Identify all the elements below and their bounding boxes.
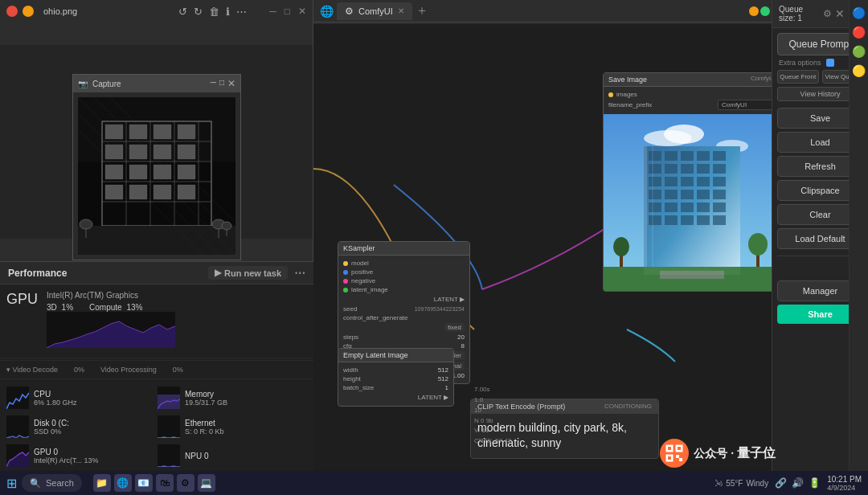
npu-metric[interactable]: NPU 0 (158, 442, 307, 469)
queue-settings-icon[interactable]: ⚙ (823, 8, 832, 19)
start-button[interactable]: ⊞ (6, 476, 17, 491)
left-window-titlebar: ohio.png ↺ ↻ 🗑 ℹ ⋯ ─ □ ✕ (0, 0, 313, 22)
browser-tab-comfyui[interactable]: ⚙ ComfyUI ✕ (337, 2, 412, 20)
browser-tabs-row: 🌐 ⚙ ComfyUI ✕ ＋ (313, 0, 788, 22)
back-icon[interactable]: ↺ (178, 6, 187, 18)
taskbar-app-terminal[interactable]: 💻 (198, 474, 215, 492)
k-model: model (343, 259, 465, 268)
svg-rect-92 (644, 146, 740, 275)
taskbar-right: 🌬 55°F Windy 🔗 🔊 🔋 10:21 PM 4/9/2024 (714, 475, 862, 492)
icon-1[interactable]: 🔵 (852, 6, 866, 19)
dot-model (343, 261, 348, 266)
k-positive: positive (343, 268, 465, 276)
minimize-icon[interactable]: ─ (269, 6, 276, 18)
conditioning-label: CONDITIONING (604, 403, 652, 410)
icon-3[interactable]: 🟢 (852, 45, 866, 58)
more-icon[interactable]: ⋯ (236, 6, 247, 18)
tab-favicon: ⚙ (345, 6, 354, 17)
ethernet-value: S: 0 R: 0 Kb (185, 428, 224, 436)
taskbar: ⊞ 🔍 Search 📁 🌐 📧 🛍 ⚙ 💻 🌬 55°F Windy 🔗 🔊 … (0, 471, 868, 495)
gpu-info: Intel(R) Arc(TM) Graphics 3D 1% Compute … (47, 291, 307, 351)
icon-4[interactable]: 🟡 (852, 64, 866, 77)
queue-close-btn[interactable]: ✕ (835, 7, 845, 20)
svg-rect-12 (129, 125, 147, 139)
building-preview (604, 114, 779, 291)
building-sketch-svg (78, 97, 235, 255)
taskbar-app-store[interactable]: 🛍 (156, 474, 174, 492)
extra-options-checkbox[interactable] (826, 59, 834, 67)
cpu-metric[interactable]: CPU 6% 1.80 GHz (6, 384, 156, 411)
save-image-node[interactable]: Save Image ComfyUI images filename_prefi… (603, 72, 780, 292)
network-icon[interactable]: 🔗 (775, 477, 787, 489)
queue-front-btn[interactable]: Queue Front (777, 70, 819, 84)
browser-maximize[interactable] (760, 6, 770, 16)
perf-more-btn[interactable]: ⋯ (294, 267, 305, 280)
taskbar-app-edge[interactable]: 🌐 (114, 474, 132, 492)
window-title: ohio.png (43, 6, 77, 16)
delete-icon[interactable]: 🗑 (209, 6, 219, 18)
window-controls: ↺ ↻ 🗑 ℹ ⋯ ─ □ ✕ (178, 6, 306, 18)
taskbar-app-mail[interactable]: 📧 (135, 474, 153, 492)
filename-prefix-input[interactable] (718, 100, 774, 110)
k-seed: seed 1097695344223254 (343, 305, 465, 313)
gpu0-info: GPU 0 Intel(R) Arc(T... 13% (34, 448, 99, 464)
ksampler-title: KSampler (338, 242, 469, 256)
dot-images (608, 92, 613, 97)
cpu-name: CPU (34, 390, 77, 399)
el-width: width 512 (343, 366, 448, 374)
ethernet-metric[interactable]: Ethernet S: 0 R: 0 Kb (158, 413, 307, 440)
browser-minimize[interactable] (749, 6, 759, 16)
capture-image (78, 97, 235, 255)
gpu-name: Intel(R) Arc(TM) Graphics (47, 291, 307, 300)
video-proc-label: Video Processing (100, 366, 157, 374)
memory-metric[interactable]: Memory 19.5/31.7 GB (158, 384, 307, 411)
svg-point-33 (222, 222, 231, 230)
ethernet-chart (158, 415, 180, 438)
gpu-label: GPU (6, 291, 39, 308)
svg-rect-98 (668, 456, 671, 460)
capture-window: 📷 Capture ─ □ ✕ (72, 74, 241, 260)
icon-2[interactable]: 🔴 (852, 26, 866, 39)
window-close-btn[interactable] (6, 6, 18, 17)
el-height: height 512 (343, 374, 448, 383)
cpu-chart (6, 387, 29, 409)
info-icon[interactable]: ℹ (226, 6, 230, 18)
svg-rect-14 (178, 125, 195, 139)
new-tab-btn[interactable]: ＋ (416, 2, 428, 19)
battery-icon[interactable]: 🔋 (809, 477, 821, 489)
svg-point-91 (748, 233, 768, 256)
gpu0-metric[interactable]: GPU 0 Intel(R) Arc(T... 13% (6, 442, 156, 469)
disk-info: Disk 0 (C: SSD 0% (34, 419, 69, 436)
disk-metric[interactable]: Disk 0 (C: SSD 0% (6, 413, 156, 440)
k-steps: steps 20 (343, 333, 465, 342)
taskbar-app-explorer[interactable]: 📁 (93, 474, 111, 492)
svg-rect-21 (154, 165, 171, 179)
video-decode-pct: 0% (74, 366, 84, 374)
svg-rect-15 (105, 145, 123, 159)
taskbar-app-settings[interactable]: ⚙ (177, 474, 194, 492)
tab-close-btn[interactable]: ✕ (398, 6, 404, 15)
volume-icon[interactable]: 🔊 (792, 477, 804, 489)
save-image-input-images: images (608, 90, 774, 99)
taskbar-search[interactable]: 🔍 Search (22, 474, 82, 492)
close-icon[interactable]: ✕ (298, 6, 306, 18)
window-min-btn[interactable] (23, 6, 34, 17)
video-stats: ▾ Video Decode 0% Video Processing 0% (0, 362, 313, 377)
capture-titlebar: 📷 Capture ─ □ ✕ (73, 75, 240, 92)
ethernet-info: Ethernet S: 0 R: 0 Kb (185, 419, 224, 436)
qr-icon (665, 444, 684, 463)
empty-latent-node[interactable]: Empty Latent Image width 512 height 512 … (338, 348, 454, 407)
maximize-icon[interactable]: □ (285, 6, 290, 18)
run-task-btn[interactable]: ▶ Run new task (208, 266, 288, 280)
gpu-3d-stat: 3D 1% (47, 303, 73, 312)
memory-info: Memory 19.5/31.7 GB (185, 390, 227, 407)
capture-maximize[interactable]: □ (219, 78, 224, 89)
comfy-canvas[interactable]: Save Image ComfyUI images filename_prefi… (313, 24, 788, 471)
run-icon: ▶ (215, 268, 221, 278)
svg-rect-18 (178, 145, 195, 159)
forward-icon[interactable]: ↻ (194, 6, 203, 18)
capture-close[interactable]: ✕ (227, 78, 235, 89)
capture-minimize[interactable]: ─ (211, 78, 216, 89)
capture-title: Capture (92, 80, 121, 88)
taskbar-clock: 10:21 PM 4/9/2024 (827, 475, 862, 492)
